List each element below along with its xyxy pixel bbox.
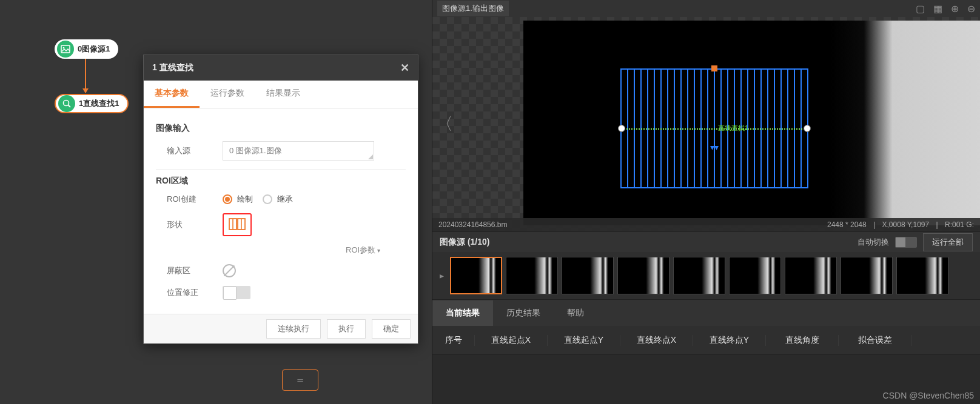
right-panel: 图像源1.输出图像 ▢ ▦ ⊕ ⊖ 〈 直线查找1 ▾▾ 20240324164…	[432, 0, 980, 404]
minimap-node[interactable]	[282, 369, 318, 391]
radio-inherit-label: 继承	[277, 194, 293, 205]
position-fix-toggle[interactable]	[223, 286, 250, 299]
thumb-header-title: 图像源 (1/10)	[440, 237, 489, 248]
roi-overlay[interactable]: 直线查找1 ▾▾	[620, 68, 808, 188]
status-filename: 20240324164856.bm	[438, 220, 507, 229]
col-start-x: 直线起点X	[475, 335, 548, 346]
roi-left-endpoint[interactable]	[618, 125, 625, 132]
status-rgb: R:001 G:	[945, 220, 974, 229]
flow-arrow	[85, 59, 86, 93]
thumbnail[interactable]	[896, 257, 948, 294]
shape-caliper-button[interactable]	[223, 213, 252, 236]
tab-run-params[interactable]: 运行参数	[200, 81, 255, 108]
thumbnail-strip: ▸	[432, 252, 980, 299]
radio-draw[interactable]	[223, 194, 232, 204]
col-start-y: 直线起点Y	[548, 335, 620, 346]
ok-button[interactable]: 确定	[372, 319, 411, 339]
col-end-x: 直线终点X	[620, 335, 693, 346]
thumbnail[interactable]	[562, 257, 614, 294]
separator	[156, 169, 406, 170]
col-fit-error: 拟合误差	[839, 335, 911, 346]
run-all-button[interactable]: 运行全部	[923, 233, 973, 251]
viewer-source-label[interactable]: 图像源1.输出图像	[437, 1, 509, 16]
status-coord: X,0008 Y,1097	[882, 220, 930, 229]
input-source-field[interactable]: 0 图像源1.图像	[223, 141, 374, 161]
tab-history-result[interactable]: 历史结果	[493, 300, 554, 326]
zoom-out-icon[interactable]: ⊖	[967, 3, 975, 15]
col-index: 序号	[432, 335, 475, 346]
fit-line-label: 直线查找1	[718, 124, 748, 133]
dialog-tabs: 基本参数 运行参数 结果显示	[144, 81, 418, 108]
mask-disabled-icon[interactable]	[223, 264, 236, 277]
status-resolution: 2448 * 2048	[827, 220, 867, 229]
image-viewer[interactable]: 〈 直线查找1 ▾▾ 20240324164856.bm 2448 * 2048…	[432, 17, 980, 231]
flow-node-label: 1直线查找1	[79, 98, 119, 109]
thumbnail[interactable]	[785, 257, 837, 294]
result-table: 序号 直线起点X 直线起点Y 直线终点X 直线终点Y 直线角度 拟合误差	[432, 326, 980, 355]
radio-draw-label: 绘制	[237, 194, 253, 205]
dialog-title: 1 直线查找	[152, 62, 193, 73]
label-pos-fix: 位置修正	[156, 287, 223, 298]
direction-arrow-icon: ▾▾	[710, 142, 719, 152]
label-roi-create: ROI创建	[156, 194, 223, 205]
result-tabs: 当前结果 历史结果 帮助	[432, 299, 980, 326]
flow-node-image-source[interactable]: 0图像源1	[55, 39, 118, 59]
continuous-execute-button[interactable]: 连续执行	[266, 319, 321, 339]
zoom-in-icon[interactable]: ⊕	[951, 3, 959, 15]
table-header-row: 序号 直线起点X 直线起点Y 直线终点X 直线终点Y 直线角度 拟合误差	[432, 326, 980, 355]
close-icon[interactable]: ✕	[400, 61, 409, 75]
dialog-footer: 连续执行 执行 确定	[144, 314, 418, 343]
watermark: CSDN @StevenChen85	[883, 391, 974, 400]
viewer-header: 图像源1.输出图像 ▢ ▦ ⊕ ⊖	[432, 0, 980, 17]
section-roi: ROI区域	[156, 176, 406, 187]
thumbnail[interactable]	[841, 257, 893, 294]
execute-button[interactable]: 执行	[327, 319, 366, 339]
col-angle: 直线角度	[766, 335, 839, 346]
expand-thumbs-icon[interactable]: ▸	[437, 271, 446, 280]
flowchart-canvas[interactable]: 0图像源1 1直线查找1 1 直线查找 ✕ 基本参数 运行参数 结果显示 图像输…	[0, 0, 432, 404]
thumbnail[interactable]	[673, 257, 725, 294]
tab-help[interactable]: 帮助	[554, 300, 597, 326]
thumbnail[interactable]	[617, 257, 670, 294]
thumbnail[interactable]	[506, 257, 558, 294]
roi-params-dropdown[interactable]: ROI参数	[156, 245, 406, 256]
property-dialog: 1 直线查找 ✕ 基本参数 运行参数 结果显示 图像输入 输入源 0 图像源1.…	[143, 55, 418, 344]
radio-inherit[interactable]	[263, 194, 272, 204]
caliper-icon	[229, 217, 246, 233]
label-input-source: 输入源	[156, 145, 223, 156]
flow-node-label: 0图像源1	[78, 44, 110, 55]
dialog-body: 图像输入 输入源 0 图像源1.图像 ROI区域 ROI创建 绘制 继承 形状	[144, 108, 418, 314]
thumbnail[interactable]	[450, 257, 502, 294]
dialog-header[interactable]: 1 直线查找 ✕	[144, 55, 418, 81]
svg-line-3	[69, 105, 71, 108]
tab-current-result[interactable]: 当前结果	[432, 300, 493, 326]
image-icon	[57, 41, 74, 58]
tab-result-display[interactable]: 结果显示	[255, 81, 311, 108]
svg-point-1	[63, 47, 65, 49]
label-mask: 屏蔽区	[156, 265, 223, 276]
roi-right-endpoint[interactable]	[804, 125, 811, 132]
line-find-icon	[58, 95, 75, 112]
thumb-header: 图像源 (1/10) 自动切换 运行全部	[432, 231, 980, 252]
section-image-input: 图像输入	[156, 123, 406, 134]
flow-node-line-find[interactable]: 1直线查找1	[55, 94, 129, 113]
svg-point-2	[64, 101, 69, 106]
col-end-y: 直线终点Y	[693, 335, 766, 346]
label-shape: 形状	[156, 219, 223, 230]
fit-line	[622, 128, 807, 130]
prev-image-icon[interactable]: 〈	[436, 113, 453, 136]
auto-switch-label: 自动切换	[858, 237, 889, 248]
thumbnail[interactable]	[729, 257, 781, 294]
layout-grid-icon[interactable]: ▦	[933, 3, 942, 15]
auto-switch-toggle[interactable]	[895, 237, 917, 248]
viewer-status-bar: 20240324164856.bm 2448 * 2048 | X,0008 Y…	[432, 218, 980, 231]
layout-single-icon[interactable]: ▢	[916, 3, 925, 15]
roi-top-handle[interactable]	[711, 65, 717, 71]
tab-basic-params[interactable]: 基本参数	[144, 81, 200, 108]
